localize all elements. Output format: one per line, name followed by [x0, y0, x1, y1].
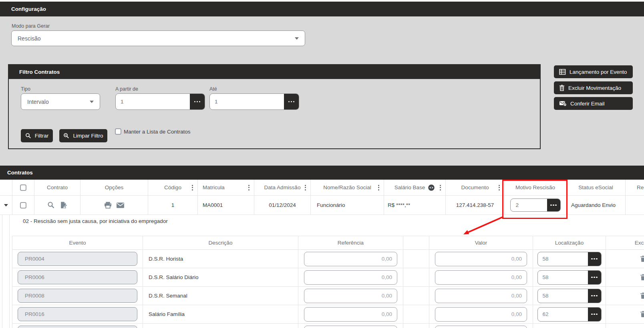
conferir-email-button[interactable]: Conferir Email: [554, 97, 633, 110]
valor-input[interactable]: [435, 326, 527, 328]
localizacao-control: [537, 307, 602, 322]
subcol-header-spacer: [403, 236, 429, 250]
subcol-header-descricao: Descrição: [143, 236, 298, 250]
referencia-input[interactable]: [304, 252, 397, 266]
trash-icon[interactable]: [640, 255, 644, 262]
col-header-codigo: Código: [148, 180, 197, 196]
evento-cell: PR0004: [12, 250, 143, 268]
descricao-cell: [143, 324, 298, 328]
ate-input[interactable]: [210, 94, 284, 109]
visibility-eye-icon[interactable]: [428, 184, 435, 191]
chevron-down-icon: [90, 101, 94, 103]
col-header-expander: [0, 180, 12, 196]
a-partir-de-input[interactable]: [116, 94, 190, 109]
evento-input: [18, 326, 137, 328]
subcol-header-referencia: Referência: [298, 236, 403, 250]
nome-razao-social-cell: Funcionário: [310, 196, 384, 215]
evento-cell: PR0008: [12, 287, 143, 305]
ellipsis-lookup-icon: [591, 258, 598, 260]
select-all-checkbox-cell: [12, 180, 34, 196]
table-grid-icon: [559, 69, 566, 75]
descricao-cell: D.S.R. Salário Diário: [143, 268, 298, 287]
ate-label: Até: [209, 86, 217, 92]
page-title: Configuração: [11, 6, 46, 12]
a-partir-de-control: [115, 93, 205, 110]
a-partir-de-lookup-button[interactable]: [190, 94, 205, 109]
motivo-rescisao-description: 02 - Rescisão sem justa causa, por inici…: [23, 218, 168, 224]
kebab-menu-icon[interactable]: [440, 185, 441, 190]
col-header-status-esocial: Status eSocial: [566, 180, 625, 196]
subcol-header-excluir: Excluir: [606, 236, 644, 250]
printer-icon[interactable]: [104, 201, 112, 209]
excluir-cell: [606, 250, 644, 268]
search-icon[interactable]: [47, 201, 55, 209]
limpar-filtro-button[interactable]: Limpar Filtro: [59, 129, 107, 142]
localizacao-input[interactable]: [538, 271, 588, 284]
ellipsis-lookup-icon: [288, 101, 295, 103]
kebab-menu-icon[interactable]: [248, 185, 250, 190]
lancamento-por-evento-label: Lançamento por Evento: [570, 69, 627, 75]
referencia-cell: [298, 305, 403, 324]
row-checkbox[interactable]: [20, 202, 26, 209]
valor-input[interactable]: [435, 252, 527, 266]
evento-cell: PR0006: [12, 268, 143, 287]
tipo-select[interactable]: Intervalo: [21, 93, 100, 110]
detail-inner-border: [9, 215, 10, 328]
manter-lista-checkbox[interactable]: [115, 128, 121, 135]
valor-input[interactable]: [435, 307, 527, 322]
envelope-icon[interactable]: [116, 202, 125, 209]
filtrar-label: Filtrar: [35, 133, 49, 139]
valor-input[interactable]: [435, 289, 527, 303]
localizacao-lookup-button[interactable]: [588, 289, 601, 303]
ellipsis-lookup-icon: [194, 101, 201, 103]
limpar-filtro-label: Limpar Filtro: [73, 133, 103, 139]
col-header-contrato: Contrato: [34, 180, 80, 196]
modo-para-gerar-value: Rescisão: [18, 35, 41, 42]
evento-input: PR0016: [18, 307, 137, 321]
localizacao-input[interactable]: [538, 252, 588, 266]
excluir-movimentacao-label: Excluir Movimentação: [568, 85, 621, 91]
select-all-checkbox[interactable]: [20, 184, 26, 191]
evento-cell: PR0016: [12, 305, 143, 324]
ate-lookup-button[interactable]: [284, 94, 299, 109]
referencia-cell: [298, 324, 403, 328]
localizacao-lookup-button[interactable]: [588, 308, 601, 321]
excluir-cell: [606, 287, 644, 305]
config-titlebar: Configuração: [0, 2, 644, 16]
tipo-value: Intervalo: [27, 99, 49, 105]
referencia-input[interactable]: [304, 289, 397, 303]
motivo-rescisao-lookup-button[interactable]: [547, 199, 560, 211]
kebab-menu-icon[interactable]: [378, 185, 379, 190]
col-header-recibo: Recibo: [625, 180, 644, 196]
kebab-menu-icon[interactable]: [305, 185, 306, 190]
detail-left-border: [2, 215, 2, 328]
col-header-nome-razao-social: Nome/Razão Social: [310, 180, 384, 196]
filtrar-button[interactable]: Filtrar: [21, 129, 53, 142]
motivo-rescisao-input[interactable]: [511, 199, 547, 211]
lancamento-por-evento-button[interactable]: Lançamento por Evento: [554, 65, 633, 78]
modo-para-gerar-select[interactable]: Rescisão: [11, 30, 305, 46]
localizacao-input[interactable]: [538, 308, 588, 321]
localizacao-lookup-button[interactable]: [588, 271, 601, 284]
kebab-menu-icon[interactable]: [499, 185, 500, 190]
excluir-movimentacao-button[interactable]: Excluir Movimentação: [554, 81, 633, 94]
kebab-menu-icon[interactable]: [192, 185, 193, 190]
referencia-input[interactable]: [304, 326, 397, 328]
referencia-input[interactable]: [304, 307, 397, 322]
localizacao-lookup-button[interactable]: [588, 252, 601, 266]
caret-down-icon[interactable]: [4, 204, 8, 207]
chevron-down-icon: [295, 37, 299, 40]
a-partir-de-label: A partir de: [115, 86, 138, 92]
motivo-rescisao-cell: [504, 196, 566, 215]
trash-icon[interactable]: [640, 274, 644, 281]
valor-input[interactable]: [435, 270, 527, 285]
trash-icon[interactable]: [640, 311, 644, 318]
ate-control: [209, 93, 299, 110]
descricao-cell: D.S.R. Horista: [143, 250, 298, 268]
trash-icon[interactable]: [640, 292, 644, 299]
localizacao-input[interactable]: [538, 289, 588, 303]
col-header-motivo-rescisao: Motivo Rescisão: [504, 180, 566, 196]
descricao-cell: Salário Família: [143, 305, 298, 324]
edit-document-icon[interactable]: [60, 201, 67, 209]
referencia-input[interactable]: [304, 270, 397, 285]
